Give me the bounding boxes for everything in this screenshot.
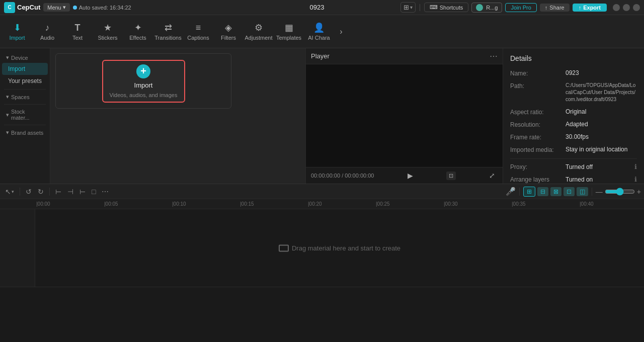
sidebar-section-spaces: ▾ Spaces	[0, 92, 50, 102]
trim-left-button[interactable]: ⊣	[65, 187, 75, 197]
details-title: Details	[510, 54, 637, 62]
ruler-mark-1: |00:05	[104, 201, 118, 207]
trim-right-button[interactable]: ⊢	[77, 187, 88, 197]
sidebar-import-label: Import	[8, 65, 25, 72]
tool-audio[interactable]: ♪ Audio	[32, 17, 62, 47]
detail-framerate-row: Frame rate: 30.00fps	[510, 133, 637, 141]
tool-ai-chara-label: AI Chara	[308, 35, 330, 41]
audio-icon: ♪	[45, 23, 50, 33]
player-aspect-button[interactable]: ⊡	[446, 172, 456, 180]
sidebar-section-stock: ▾ Stock mater...	[0, 107, 50, 123]
zoom-out-button[interactable]: —	[596, 188, 603, 196]
sidebar-stock-label: Stock mater...	[11, 109, 44, 121]
timeline-left-gutter	[0, 209, 35, 287]
topbar-right: ⊞ ▾ ⌨ Shortcuts R...g Join Pro ↑ Share ↑…	[400, 2, 640, 13]
ai-chara-icon: 👤	[313, 22, 325, 33]
split-icon: ⊢	[55, 188, 61, 196]
detail-path-key: Path:	[510, 82, 566, 90]
redo-icon: ↻	[38, 188, 44, 196]
tl-sep-1	[20, 188, 20, 196]
shortcuts-button[interactable]: ⌨ Shortcuts	[424, 3, 468, 12]
redo-button[interactable]: ↻	[36, 187, 46, 197]
close-button[interactable]: ✕	[633, 4, 640, 11]
join-pro-button[interactable]: Join Pro	[505, 3, 536, 12]
player-viewport	[306, 64, 503, 167]
sidebar-section-device: ▾ Device Import Your presets	[0, 52, 50, 87]
sidebar-group-brand[interactable]: ▾ Brand assets	[0, 127, 50, 138]
player-play-button[interactable]: ▶	[405, 170, 416, 181]
ruler-mark-7: |00:35	[512, 201, 526, 207]
share-button[interactable]: ↑ Share	[540, 4, 570, 12]
player-menu-icon[interactable]: ⋯	[490, 51, 498, 61]
screen-icon: ⊞	[404, 4, 409, 11]
sidebar-item-presets[interactable]: Your presets	[2, 75, 48, 87]
sidebar-spaces-label: Spaces	[11, 94, 30, 100]
sidebar-divider-3	[4, 125, 46, 125]
export-button[interactable]: ↑ Export	[573, 4, 607, 12]
detail-arrange-row: Arrange layers Turned on ℹ	[510, 176, 637, 183]
zoom-in-button[interactable]: +	[637, 188, 641, 196]
proxy-info-icon[interactable]: ℹ	[634, 163, 637, 170]
sidebar-group-device[interactable]: ▾ Device	[0, 52, 50, 63]
tool-transitions[interactable]: ⇄ Transitions	[153, 17, 183, 47]
captions-icon: ≡	[196, 23, 201, 33]
detail-name-value: 0923	[566, 69, 637, 76]
player-fullscreen-button[interactable]: ⤢	[487, 170, 498, 181]
project-name: 0923	[236, 4, 397, 11]
transitions-icon: ⇄	[165, 22, 172, 33]
tool-ai-chara[interactable]: 👤 AI Chara	[304, 17, 334, 47]
tool-import[interactable]: ⬇ Import	[2, 17, 32, 47]
tool-captions[interactable]: ≡ Captions	[183, 17, 213, 47]
sidebar-item-import[interactable]: Import	[2, 63, 48, 75]
mic-button[interactable]: 🎤	[506, 187, 516, 196]
sidebar-stock-chevron: ▾	[6, 112, 9, 118]
app-name: CepCut	[17, 4, 40, 11]
toolbar-more-button[interactable]: ›	[334, 17, 348, 47]
sidebar-divider-1	[4, 89, 46, 90]
maximize-button[interactable]: □	[623, 4, 630, 11]
autosave-indicator: Auto saved: 16:34:22	[73, 5, 234, 11]
connector-2-button[interactable]: ⊟	[537, 187, 548, 196]
undo-button[interactable]: ↺	[24, 187, 34, 197]
zoom-slider[interactable]	[605, 188, 635, 196]
tool-effects[interactable]: ✦ Effects	[123, 17, 153, 47]
sidebar-group-spaces[interactable]: ▾ Spaces	[0, 92, 50, 102]
tool-text[interactable]: T Text	[62, 17, 93, 47]
cursor-icon: ↖	[5, 188, 11, 196]
tool-stickers[interactable]: ★ Stickers	[93, 17, 123, 47]
profile-button[interactable]: R...g	[471, 3, 502, 13]
minimize-button[interactable]: —	[613, 4, 620, 11]
arrange-info-icon[interactable]: ℹ	[634, 176, 637, 183]
delete-frame-icon: □	[92, 188, 96, 196]
tool-templates[interactable]: ▦ Templates	[274, 17, 304, 47]
details-divider	[510, 158, 637, 159]
screen-select-btn[interactable]: ⊞ ▾	[400, 2, 416, 13]
timeline-scrollbar[interactable]	[0, 287, 644, 292]
player-title: Player	[311, 52, 330, 60]
tl-sep-4	[592, 188, 592, 196]
filters-icon: ◈	[225, 22, 232, 33]
import-button[interactable]: + Import Videos, audios, and images	[102, 60, 185, 103]
connector-1-icon: ⊞	[527, 188, 532, 195]
sidebar-device-chevron: ▾	[6, 54, 9, 61]
menu-button[interactable]: Menu ▾	[43, 3, 70, 12]
connector-2-icon: ⊟	[540, 188, 545, 195]
split-button[interactable]: ⊢	[53, 187, 63, 197]
detail-framerate-key: Frame rate:	[510, 133, 566, 141]
connector-5-button[interactable]: ◫	[577, 187, 588, 196]
tool-adjustment[interactable]: ⚙ Adjustment	[244, 17, 274, 47]
more-timeline-button[interactable]: ⋯	[100, 187, 111, 197]
tool-filters[interactable]: ◈ Filters	[213, 17, 244, 47]
ruler-mark-2: |00:10	[172, 201, 186, 207]
timeline-tracks[interactable]: Drag material here and start to create	[35, 209, 644, 287]
cursor-tool-button[interactable]: ↖ ▾	[3, 187, 16, 197]
effects-icon: ✦	[134, 22, 142, 33]
connector-3-button[interactable]: ⊠	[550, 187, 561, 196]
detail-imported-row: Imported media: Stay in original locatio…	[510, 146, 637, 153]
timeline-area: ↖ ▾ ↺ ↻ ⊢ ⊣ ⊢ □ ⋯ 🎤 ⊞	[0, 184, 644, 292]
connector-1-button[interactable]: ⊞	[523, 187, 535, 197]
delete-frame-button[interactable]: □	[90, 187, 98, 197]
tool-audio-label: Audio	[40, 35, 54, 41]
sidebar-group-stock[interactable]: ▾ Stock mater...	[0, 107, 50, 123]
connector-4-button[interactable]: ⊡	[564, 187, 575, 196]
